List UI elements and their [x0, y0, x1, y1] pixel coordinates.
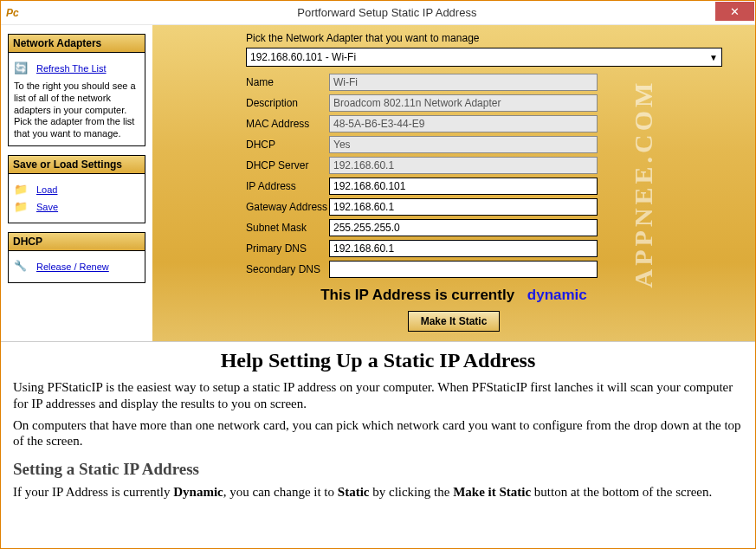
chevron-down-icon: ▼ [709, 53, 718, 62]
help-pane[interactable]: Help Setting Up a Static IP Address Usin… [1, 341, 755, 548]
make-static-button[interactable]: Make It Static [408, 311, 501, 332]
subnet-label: Subnet Mask [246, 222, 329, 234]
refresh-list-link[interactable]: Refresh The List [36, 63, 107, 74]
description-field [329, 94, 598, 112]
load-icon [14, 183, 31, 197]
app-logo: Pc [6, 7, 19, 19]
refresh-icon [14, 61, 31, 75]
secondary-dns-label: Secondary DNS [246, 263, 329, 275]
adapter-work-area: APPNEE.COM Pick the Network Adapter that… [152, 25, 755, 341]
gateway-field[interactable] [329, 198, 598, 216]
help-paragraph-2: On computers that have more than one net… [13, 417, 743, 450]
adapters-instructions: To the right you should see a list of al… [14, 81, 139, 140]
load-link[interactable]: Load [36, 184, 57, 195]
window-title: Portforward Setup Static IP Address [19, 6, 755, 19]
dhcp-label: DHCP [246, 139, 329, 151]
save-load-panel: Save or Load Settings Load Save [8, 155, 145, 223]
help-paragraph-3: If your IP Address is currently Dynamic,… [13, 484, 743, 501]
gateway-label: Gateway Address [246, 201, 329, 213]
dhcp-field [329, 136, 598, 153]
dhcp-server-field [329, 157, 598, 174]
mac-label: MAC Address [246, 118, 329, 130]
secondary-dns-field[interactable] [329, 261, 598, 278]
primary-dns-label: Primary DNS [246, 242, 329, 255]
save-icon [14, 200, 31, 214]
name-field [329, 74, 598, 91]
dhcp-server-label: DHCP Server [246, 159, 329, 171]
release-renew-link[interactable]: Release / Renew [36, 262, 109, 272]
dhcp-panel: DHCP Release / Renew [8, 232, 145, 283]
help-heading: Help Setting Up a Static IP Address [13, 349, 743, 372]
ip-status-line: This IP Address is currently dynamic [168, 287, 740, 304]
ip-field[interactable] [329, 178, 598, 195]
name-label: Name [246, 76, 329, 88]
ip-label: IP Address [246, 180, 329, 192]
ip-status-prefix: This IP Address is currently [320, 287, 514, 303]
title-bar: Pc Portforward Setup Static IP Address ✕ [1, 1, 755, 25]
primary-dns-field[interactable] [329, 240, 598, 257]
adapter-select-value: 192.168.60.101 - Wi-Fi [250, 51, 356, 63]
panel-header-adapters: Network Adapters [9, 35, 145, 53]
save-link[interactable]: Save [36, 202, 58, 212]
adapter-prompt: Pick the Network Adapter that you want t… [246, 32, 731, 44]
subnet-field[interactable] [329, 219, 598, 236]
description-label: Description [246, 97, 329, 109]
sidebar: Network Adapters Refresh The List To the… [1, 25, 152, 341]
close-icon: ✕ [730, 5, 740, 18]
help-paragraph-1: Using PFStaticIP is the easiest way to s… [13, 379, 743, 412]
network-adapters-panel: Network Adapters Refresh The List To the… [8, 34, 145, 146]
panel-header-settings: Save or Load Settings [9, 156, 145, 174]
help-subheading: Setting a Static IP Address [13, 460, 743, 479]
adapter-select[interactable]: 192.168.60.101 - Wi-Fi ▼ [246, 48, 722, 67]
renew-icon [14, 260, 31, 274]
ip-status-value: dynamic [527, 287, 587, 303]
mac-field [329, 115, 598, 132]
close-button[interactable]: ✕ [715, 2, 754, 21]
panel-header-dhcp: DHCP [9, 233, 145, 251]
